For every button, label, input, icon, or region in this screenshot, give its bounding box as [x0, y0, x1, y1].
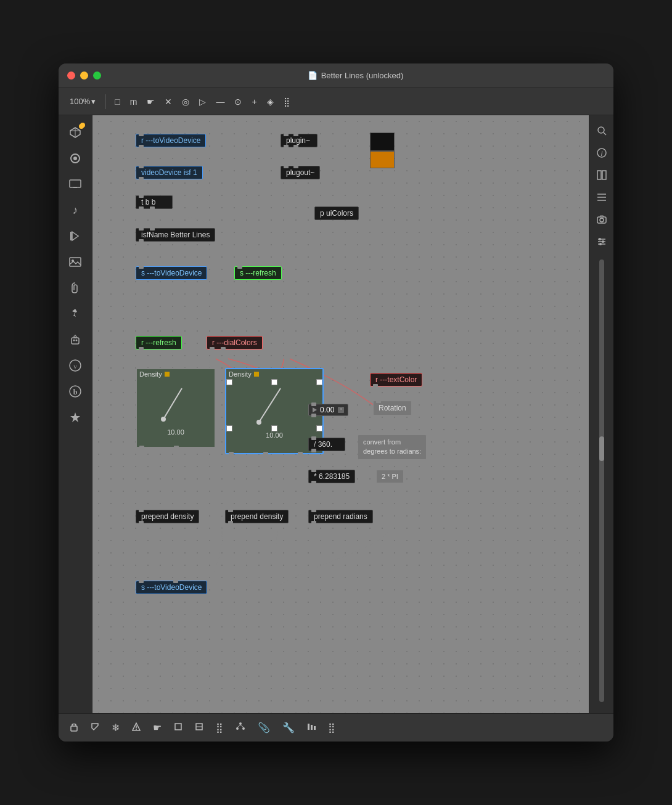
svg-line-23: [259, 388, 281, 422]
svg-point-24: [256, 420, 261, 425]
toolbar-line[interactable]: —: [212, 94, 228, 109]
obj-plugout[interactable]: plugout~: [281, 166, 320, 179]
obj-s-tovideo-1[interactable]: s ---toVideoDevice: [136, 266, 207, 280]
obj-isfname[interactable]: isfName Better Lines: [136, 228, 215, 242]
number-triangle: [313, 407, 318, 413]
window-title: 📄 Better Lines (unlocked): [106, 71, 605, 80]
color-swatch-orange[interactable]: [370, 151, 395, 168]
main-window: 📄 Better Lines (unlocked) 100% ▾ □ m ☛ ✕…: [59, 63, 613, 742]
sidebar-icon-image[interactable]: [64, 251, 86, 273]
sidebar-icon-circle[interactable]: [64, 147, 86, 170]
obj-div360[interactable]: / 360.: [308, 438, 345, 451]
info-icon[interactable]: i: [592, 144, 611, 162]
lock-button[interactable]: [66, 719, 82, 737]
comment-2pi: 2 * PI: [376, 470, 404, 483]
svg-rect-8: [70, 232, 72, 240]
obj-r-dialcolors[interactable]: r ---dialColors: [207, 336, 263, 349]
sidebar-icon-play[interactable]: [64, 225, 86, 247]
sidebar-icon-note[interactable]: ♪: [64, 199, 86, 221]
arrow-button[interactable]: [87, 720, 103, 736]
toolbar-dial[interactable]: ⊙: [231, 94, 245, 109]
patch-canvas[interactable]: r ---toVideoDevice plugin~: [92, 115, 589, 713]
warning-button[interactable]: [128, 720, 144, 736]
obj-prepend-density-2[interactable]: prepend density: [225, 510, 289, 523]
svg-marker-7: [72, 232, 78, 240]
svg-rect-55: [308, 724, 309, 730]
toolbar-toggle[interactable]: ◎: [178, 94, 193, 109]
obj-s-refresh[interactable]: s ---refresh: [234, 266, 282, 280]
toolbar-paint[interactable]: ◈: [263, 94, 277, 109]
scrollbar-vertical[interactable]: [599, 259, 604, 702]
sliders-icon[interactable]: [592, 232, 611, 251]
obj-s-tovideo-2[interactable]: s ---toVideoDevice: [136, 581, 207, 594]
svg-rect-56: [311, 725, 313, 730]
svg-rect-43: [71, 726, 77, 731]
obj-prepend-radians[interactable]: prepend radians: [308, 510, 373, 523]
obj-puicolors[interactable]: p uiColors: [314, 206, 359, 220]
tree-button[interactable]: [232, 720, 249, 736]
svg-rect-5: [70, 180, 81, 187]
right-sidebar: i: [589, 115, 613, 713]
svg-rect-57: [314, 726, 316, 730]
comment-convert: convert fromdegrees to radians:: [358, 435, 427, 460]
panels-icon[interactable]: [592, 166, 611, 184]
rect-button[interactable]: [170, 720, 186, 736]
camera-icon[interactable]: [592, 210, 611, 229]
density-slider-1[interactable]: Density 10.00: [136, 368, 216, 448]
bars-button[interactable]: [303, 720, 319, 736]
grid-button[interactable]: ⣿: [212, 719, 227, 736]
box-button[interactable]: [191, 720, 207, 736]
sidebar-icon-robot[interactable]: [64, 329, 86, 351]
svg-rect-9: [70, 258, 81, 266]
sidebar-icon-plugin[interactable]: [64, 303, 86, 325]
toolbar-presentation[interactable]: □: [111, 94, 123, 109]
sidebar-icon-cube[interactable]: [64, 121, 86, 144]
obj-mul-tau[interactable]: * 6.283185: [308, 470, 355, 483]
svg-line-21: [163, 388, 182, 419]
sidebar-icon-clip[interactable]: [64, 277, 86, 299]
toolbar-add[interactable]: +: [248, 94, 260, 109]
maximize-button[interactable]: [93, 72, 101, 80]
toolbar-bang[interactable]: ✕: [161, 94, 176, 109]
obj-prepend-density-1[interactable]: prepend density: [136, 510, 199, 523]
toolbar-comment[interactable]: ☛: [143, 94, 158, 109]
svg-point-51: [236, 727, 239, 730]
obj-rotation-label: Rotation: [373, 401, 412, 415]
toolbar-play[interactable]: ▷: [195, 94, 210, 109]
obj-r-textcolor[interactable]: r ---textColor: [370, 373, 422, 386]
svg-marker-25: [313, 407, 317, 412]
sidebar-icon-screen[interactable]: [64, 173, 86, 195]
toolbar-grid[interactable]: ⣿: [280, 94, 293, 109]
svg-text:v: v: [73, 362, 77, 370]
svg-rect-47: [175, 724, 181, 730]
list-icon[interactable]: [592, 188, 611, 206]
svg-rect-31: [602, 171, 606, 179]
obj-r-refresh[interactable]: r ---refresh: [136, 336, 182, 349]
obj-tbb[interactable]: t b b: [136, 195, 173, 209]
svg-point-12: [73, 340, 75, 341]
sidebar-icon-v[interactable]: v: [64, 354, 86, 377]
snowflake-button[interactable]: ❄: [108, 719, 123, 736]
obj-plugin[interactable]: plugin~: [281, 134, 318, 147]
sidebar-icon-star[interactable]: [64, 406, 86, 428]
close-button[interactable]: [67, 72, 75, 80]
search-icon[interactable]: [592, 121, 611, 140]
svg-point-50: [239, 722, 242, 725]
dots-button[interactable]: ⣿: [324, 719, 339, 736]
sidebar-icon-b[interactable]: b: [64, 380, 86, 402]
minimize-button[interactable]: [80, 72, 88, 80]
color-swatch-black[interactable]: [370, 133, 395, 151]
wrench-button[interactable]: 🔧: [279, 719, 298, 736]
svg-point-26: [598, 127, 604, 133]
paperclip-button[interactable]: 📎: [254, 719, 274, 736]
cursor-button[interactable]: ☛: [149, 719, 165, 736]
toolbar-message[interactable]: m: [126, 94, 141, 109]
svg-rect-30: [597, 171, 601, 179]
obj-r-tovideo-1[interactable]: r ---toVideoDevice: [136, 134, 206, 147]
titlebar: 📄 Better Lines (unlocked): [59, 63, 613, 88]
svg-line-54: [240, 725, 244, 727]
obj-numbox[interactable]: 0.00 °: [308, 404, 348, 416]
left-sidebar: ♪ v b: [59, 115, 92, 713]
obj-videodevice[interactable]: videoDevice isf 1: [136, 166, 203, 179]
zoom-control[interactable]: 100% ▾: [65, 94, 100, 108]
